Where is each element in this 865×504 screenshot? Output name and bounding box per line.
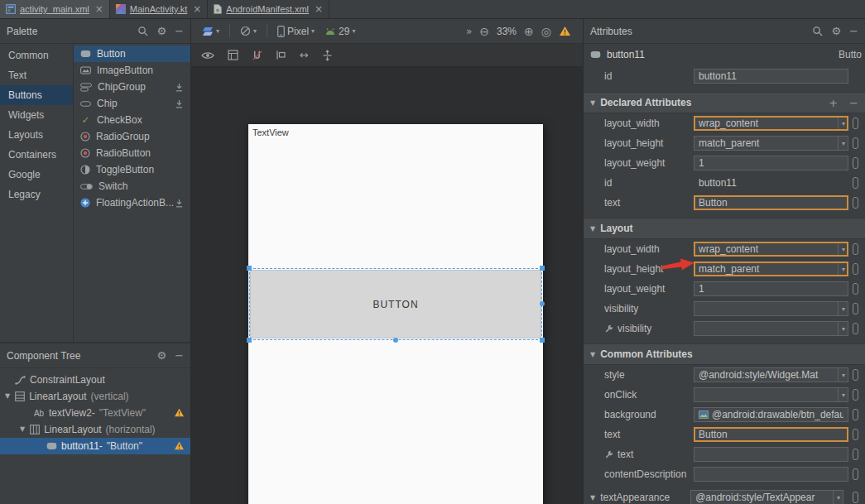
autoconnect-off-magnet-icon[interactable] [252, 50, 262, 60]
search-icon[interactable] [812, 26, 823, 36]
button-widget[interactable]: BUTTON [250, 270, 541, 338]
palette-category-common[interactable]: Common [0, 46, 73, 65]
tree-item-linearlayout-vertical[interactable]: ▼ LinearLayout (vertical) [0, 388, 190, 405]
blueprint-toggle-icon[interactable] [228, 50, 238, 60]
minimize-icon[interactable]: − [849, 26, 858, 36]
layout-height-combo[interactable]: match_parent ▾ [694, 136, 848, 151]
palette-item-chip[interactable]: Chip [74, 95, 190, 112]
resize-handle-bottom-right[interactable] [540, 338, 545, 343]
palette-item-togglebutton[interactable]: ToggleButton [74, 161, 190, 178]
zoom-out-button[interactable]: ⊖ [479, 26, 489, 37]
palette-category-legacy[interactable]: Legacy [0, 185, 73, 204]
default-margins-icon[interactable] [276, 50, 286, 60]
download-icon[interactable] [175, 199, 184, 208]
tree-item-button11[interactable]: button11- "Button" [0, 438, 190, 454]
download-icon[interactable] [175, 99, 184, 108]
resource-picker[interactable] [853, 468, 858, 480]
resource-picker[interactable] [853, 157, 858, 169]
gear-icon[interactable]: ⚙ [831, 26, 841, 36]
textview-widget[interactable]: TextView [252, 127, 289, 137]
resource-picker[interactable] [853, 303, 858, 314]
resource-picker[interactable] [853, 137, 858, 149]
gear-icon[interactable]: ⚙ [156, 350, 166, 361]
id-input[interactable]: button11 [694, 69, 848, 84]
tree-item-linearlayout-horizontal[interactable]: ▼ LinearLayout (horizontal) [0, 421, 190, 438]
palette-item-imagebutton[interactable]: ImageButton [74, 62, 190, 79]
resource-picker[interactable] [853, 429, 858, 440]
tree-item-textview2[interactable]: Ab textView2- "TextView" [0, 405, 190, 421]
zoom-to-fit-button[interactable]: ◎ [541, 26, 551, 37]
resource-picker[interactable] [853, 323, 858, 334]
palette-category-layouts[interactable]: Layouts [0, 125, 73, 145]
palette-category-google[interactable]: Google [0, 165, 73, 185]
view-options-eye-icon[interactable] [201, 51, 214, 60]
resize-handle-top-left[interactable] [247, 266, 252, 271]
resource-picker[interactable] [853, 283, 858, 295]
zoom-in-button[interactable]: ⊕ [524, 26, 534, 37]
warning-icon[interactable] [174, 408, 185, 417]
section-collapse-icon[interactable]: ▼ [590, 351, 595, 358]
tools-text-input[interactable] [694, 447, 848, 462]
resource-picker[interactable] [853, 118, 858, 129]
gear-icon[interactable]: ⚙ [156, 26, 166, 36]
contentdescription-input[interactable] [694, 467, 848, 482]
resource-picker[interactable] [853, 369, 858, 381]
chevron-expanded-icon[interactable]: ▼ [20, 426, 25, 433]
resource-picker[interactable] [853, 263, 858, 275]
text-input[interactable]: Button [694, 427, 848, 442]
add-attribute-icon[interactable]: + [829, 98, 838, 108]
layout-width-combo[interactable]: wrap_content ▾ [694, 116, 848, 131]
layout-width-combo[interactable]: wrap_content ▾ [694, 242, 848, 257]
design-surface-selector[interactable]: ▾ [199, 25, 222, 38]
device-canvas[interactable]: TextView BUTTON [248, 124, 543, 504]
tools-visibility-combo[interactable]: ▾ [694, 321, 848, 336]
section-common-attributes[interactable]: ▼ Common Attributes [584, 343, 865, 365]
warning-icon[interactable] [174, 441, 185, 450]
resource-picker[interactable] [853, 389, 858, 401]
layout-weight-input[interactable]: 1 [694, 156, 848, 170]
resource-picker[interactable] [853, 177, 858, 189]
minimize-icon[interactable]: − [175, 350, 184, 361]
constraint-anchor-right[interactable] [540, 301, 545, 306]
resource-picker[interactable] [853, 243, 858, 255]
visibility-combo[interactable]: ▾ [694, 301, 848, 316]
tree-item-constraintlayout[interactable]: ConstraintLayout [0, 372, 190, 388]
design-surface[interactable]: TextView BUTTON [191, 67, 583, 504]
declared-id-value[interactable]: button11 [694, 175, 848, 190]
resource-picker[interactable] [853, 197, 858, 209]
onclick-combo[interactable]: ▾ [694, 387, 848, 402]
tab-mainactivity-kt[interactable]: MainActivity.kt × [110, 0, 209, 18]
warning-icon[interactable] [559, 26, 571, 36]
download-icon[interactable] [175, 83, 184, 92]
palette-item-floatingactionbutton[interactable]: FloatingActionB... [74, 194, 190, 211]
clear-constraints-icon[interactable]: ↔ [300, 50, 309, 60]
tab-activity-main-xml[interactable]: activity_main.xml × [0, 0, 110, 18]
palette-item-chipgroup[interactable]: ChipGroup [74, 79, 190, 95]
resize-handle-bottom-left[interactable] [247, 338, 252, 343]
palette-category-text[interactable]: Text [0, 65, 73, 85]
resource-picker[interactable] [853, 449, 858, 460]
pack-distribute-icon[interactable] [322, 50, 333, 61]
close-icon[interactable]: × [193, 4, 201, 14]
overflow-chevrons-icon[interactable]: » [466, 26, 472, 36]
palette-item-radiobutton[interactable]: RadioButton [74, 145, 190, 161]
resource-picker[interactable] [853, 492, 858, 503]
palette-item-button[interactable]: Button [74, 46, 190, 62]
background-input[interactable]: @android:drawable/btn_defau [694, 407, 848, 422]
orientation-selector[interactable]: ▾ [238, 24, 259, 38]
search-icon[interactable] [137, 26, 148, 36]
tab-androidmanifest-xml[interactable]: AndroidManifest.xml × [208, 0, 329, 18]
minimize-icon[interactable]: − [175, 26, 184, 36]
section-collapse-icon[interactable]: ▼ [590, 225, 595, 233]
textappearance-combo[interactable]: @android:style/TextAppear ▾ [690, 490, 843, 504]
style-combo[interactable]: @android:style/Widget.Mat ▾ [694, 367, 848, 382]
api-version-selector[interactable]: 29 ▾ [322, 24, 358, 39]
palette-category-buttons[interactable]: Buttons [0, 85, 73, 105]
close-icon[interactable]: × [315, 4, 323, 14]
constraint-anchor-bottom[interactable] [393, 338, 398, 343]
device-selector[interactable]: Pixel ▾ [275, 24, 317, 39]
section-collapse-icon[interactable]: ▼ [590, 494, 595, 502]
layout-weight-input[interactable]: 1 [694, 281, 848, 296]
palette-item-switch[interactable]: Switch [74, 178, 190, 194]
palette-item-checkbox[interactable]: ✓ CheckBox [74, 112, 190, 128]
